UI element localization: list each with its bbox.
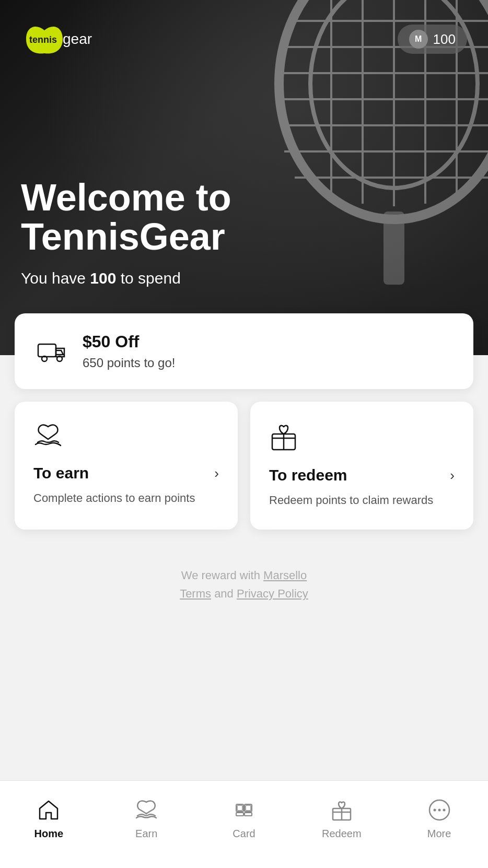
nav-card[interactable]: Card [195,792,293,840]
cards-section: $50 Off 650 points to go! To earn › Comp… [0,313,488,634]
svg-rect-23 [245,813,252,816]
marsello-link[interactable]: Marsello [263,569,307,582]
earn-card[interactable]: To earn › Complete actions to earn point… [15,402,238,530]
earn-icon [33,423,219,450]
action-cards: To earn › Complete actions to earn point… [15,402,473,530]
hero-subtitle: You have 100 to spend [21,269,467,287]
promo-title: $50 Off [83,332,175,351]
nav-home-label: Home [34,828,64,840]
bottom-nav: Home Earn Card [0,780,488,868]
nav-home[interactable]: Home [0,792,98,840]
card-nav-icon [230,796,258,824]
delivery-icon [36,336,67,367]
terms-link[interactable]: Terms [180,587,211,600]
svg-rect-22 [236,813,243,816]
nav-redeem-label: Redeem [322,828,362,840]
footer-text: We reward with Marsello Terms and Privac… [15,556,473,634]
redeem-title: To redeem [269,466,347,484]
redeem-icon [269,423,455,452]
earn-nav-icon [133,796,160,824]
promo-info: $50 Off 650 points to go! [83,332,175,370]
redeem-description: Redeem points to claim rewards [269,492,455,509]
redeem-nav-icon [328,796,355,824]
nav-more-label: More [427,828,451,840]
nav-earn-label: Earn [135,828,157,840]
hero-section: tennis gear M 100 Welcome to TennisGear … [0,0,488,355]
svg-rect-16 [38,344,56,357]
redeem-title-row: To redeem › [269,466,455,484]
nav-earn[interactable]: Earn [98,792,195,840]
svg-point-29 [438,809,440,812]
app-logo: tennis gear [21,21,92,57]
svg-point-28 [433,809,436,812]
earn-title: To earn [33,464,89,482]
earn-chevron: › [214,465,219,482]
redeem-chevron: › [450,467,455,484]
more-nav-icon [426,796,453,824]
points-badge[interactable]: M 100 [398,25,467,54]
earn-description: Complete actions to earn points [33,490,219,507]
promo-card[interactable]: $50 Off 650 points to go! [15,313,473,389]
hero-content: Welcome to TennisGear You have 100 to sp… [21,178,467,287]
hero-header: tennis gear M 100 [0,0,488,57]
redeem-card[interactable]: To redeem › Redeem points to claim rewar… [250,402,473,530]
svg-rect-25 [246,805,251,811]
svg-rect-24 [237,805,242,811]
promo-subtitle: 650 points to go! [83,356,175,370]
logo-icon: tennis [21,21,68,57]
privacy-link[interactable]: Privacy Policy [237,587,308,600]
logo-text: gear [63,31,92,48]
user-avatar: M [409,30,428,49]
svg-text:tennis: tennis [29,34,57,45]
points-value: 100 [433,31,456,48]
hero-title: Welcome to TennisGear [21,178,467,257]
nav-more[interactable]: More [390,792,488,840]
earn-title-row: To earn › [33,464,219,482]
svg-point-30 [443,809,445,812]
nav-redeem[interactable]: Redeem [293,792,390,840]
home-icon [35,796,62,824]
nav-card-label: Card [233,828,255,840]
